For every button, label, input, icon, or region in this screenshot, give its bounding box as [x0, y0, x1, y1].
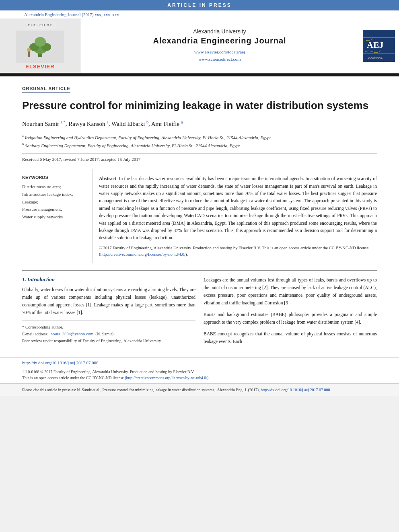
svg-point-6 — [27, 48, 31, 52]
abstract-col: Abstract In the last decades water resou… — [93, 169, 377, 263]
footnote-email-link[interactable]: noura_3004@yahoo.com — [51, 332, 93, 336]
authors: Nourhan Samir a,*, Rawya Kansoh a, Walid… — [22, 120, 377, 127]
svg-text:JOURNAL: JOURNAL — [368, 56, 383, 60]
article-in-press-banner: ARTICLE IN PRESS — [0, 0, 399, 10]
keywords-list: District measure area; Infrastructure le… — [22, 183, 87, 220]
affiliation-b-text: Sanitary Engineering Department, Faculty… — [25, 143, 240, 148]
abstract-copyright-link[interactable]: http://creativecommons.org/licenses/by-n… — [101, 252, 186, 257]
footnote-email-name: (N. Samir). — [95, 332, 115, 336]
keyword-4: Pressure management; — [22, 205, 87, 213]
banner-text: ARTICLE IN PRESS — [167, 2, 231, 8]
keyword-5: Water supply networks — [22, 213, 87, 221]
author-walid: Walid Elbarki — [111, 121, 145, 127]
footnote-star: * Corresponding author. — [22, 324, 195, 331]
elsevier-logo-section: HOSTED BY ELSEVIER — [0, 18, 80, 73]
footnote-email-label: E-mail address: — [22, 332, 49, 336]
header-section: HOSTED BY ELSEVIER Alexandria University — [0, 18, 399, 74]
journal-urls: www.elsevier.com/locate/aej www.scienced… — [194, 49, 245, 63]
author-nourhan: Nourhan Samir — [22, 121, 59, 127]
author-nourhan-sup: a,* — [61, 120, 66, 124]
journal-url-2[interactable]: www.sciencedirect.com — [194, 56, 245, 63]
copyright-bar: 1110-0168 © 2017 Faculty of Engineering,… — [0, 368, 399, 383]
bottom-doi-bar: http://dx.doi.org/10.1016/j.aej.2017.07.… — [0, 357, 399, 368]
intro-para-2: Leakages are the annual volumes lost thr… — [204, 276, 377, 307]
article-title: Pressure control for minimizing leakage … — [22, 99, 377, 113]
footnote-peer-review: Peer review under responsibility of Facu… — [22, 338, 195, 345]
abstract-body: In the last decades water resources avai… — [99, 176, 377, 240]
abstract-text: Abstract In the last decades water resou… — [99, 175, 377, 242]
affiliation-a: a Irrigation Engineering and Hydraulics … — [22, 133, 377, 141]
intro-para-3: Bursts and background estimates (BABE) p… — [204, 311, 377, 326]
section-label: ORIGINAL ARTICLE — [22, 86, 70, 93]
doi-link[interactable]: http://dx.doi.org/10.1016/j.aej.2017.07.… — [22, 360, 99, 365]
footnote-email: E-mail address: noura_3004@yahoo.com (N.… — [22, 331, 195, 338]
footer-doi-link[interactable]: http://dx.doi.org/10.1016/j.aej.2017.07.… — [261, 388, 330, 392]
intro-heading: 1. Introduction — [22, 276, 195, 283]
affiliations: a Irrigation Engineering and Hydraulics … — [22, 133, 377, 150]
journal-info: Alexandria University Alexandria Enginee… — [80, 18, 359, 73]
affiliation-b-sup: b — [22, 142, 24, 146]
elsevier-text: ELSEVIER — [25, 64, 54, 70]
copyright-link[interactable]: http://creativecommons.org/licenses/by-n… — [126, 376, 207, 380]
affiliation-a-text: Irrigation Engineering and Hydraulics De… — [25, 135, 271, 140]
university-name: Alexandria University — [193, 28, 246, 35]
author-walid-sup: b — [146, 120, 148, 124]
copyright-line-2: This is an open access article under the… — [22, 375, 377, 381]
keywords-col: KEYWORDS District measure area; Infrastr… — [22, 169, 93, 263]
journal-name: Alexandria Engineering Journal — [153, 36, 286, 45]
svg-text:AEJ: AEJ — [367, 40, 384, 50]
copyright-line-1: 1110-0168 © 2017 Faculty of Engineering,… — [22, 369, 377, 375]
author-amr-sup: a — [181, 120, 183, 124]
keyword-2: Infrastructure leakage index; — [22, 191, 87, 198]
abstract-section: KEYWORDS District measure area; Infrastr… — [22, 169, 377, 263]
body-right-col: Leakages are the annual volumes lost thr… — [204, 276, 377, 349]
author-rawya-sup: a — [107, 120, 108, 124]
article-content: ORIGINAL ARTICLE Pressure control for mi… — [0, 76, 399, 357]
received-line: Received 6 May 2017; revised 7 June 2017… — [22, 153, 377, 162]
svg-point-4 — [35, 37, 46, 47]
footer-citation: Please cite this article in press as: N.… — [0, 383, 399, 396]
svg-rect-5 — [28, 51, 30, 57]
footnote-area: * Corresponding author. E-mail address: … — [22, 320, 195, 344]
journal-url-1[interactable]: www.elsevier.com/locate/aej — [194, 49, 245, 56]
elsevier-tree-icon — [26, 36, 54, 58]
body-left-col: 1. Introduction Globally, water losses f… — [22, 276, 195, 349]
intro-para-1: Globally, water losses from water distri… — [22, 286, 195, 316]
journal-link-bar: Alexandria Engineering Journal (2017) xx… — [0, 10, 399, 18]
aej-logo-section: AEJ JOURNAL — [359, 18, 399, 73]
hosted-by-label: HOSTED BY — [25, 22, 55, 28]
body-two-col: 1. Introduction Globally, water losses f… — [22, 270, 377, 349]
author-rawya: Rawya Kansoh — [68, 121, 105, 127]
keyword-3: Leakage; — [22, 198, 87, 206]
author-amr: Amr Fleifle — [151, 121, 179, 127]
page: ARTICLE IN PRESS Alexandria Engineering … — [0, 0, 399, 396]
journal-link[interactable]: Alexandria Engineering Journal (2017) xx… — [24, 12, 119, 17]
affiliation-b: b Sanitary Engineering Department, Facul… — [22, 141, 377, 149]
abstract-label: Abstract — [99, 176, 116, 181]
aej-logo-icon: AEJ JOURNAL — [363, 30, 395, 62]
intro-para-4: BABE concept recognizes that the annual … — [204, 330, 377, 345]
abstract-copyright: © 2017 Faculty of Engineering, Alexandri… — [99, 245, 377, 258]
affiliation-a-sup: a — [22, 134, 24, 138]
keyword-1: District measure area; — [22, 183, 87, 191]
elsevier-logo — [16, 31, 64, 63]
aej-logo: AEJ JOURNAL — [363, 30, 395, 62]
keywords-title: KEYWORDS — [22, 175, 87, 180]
